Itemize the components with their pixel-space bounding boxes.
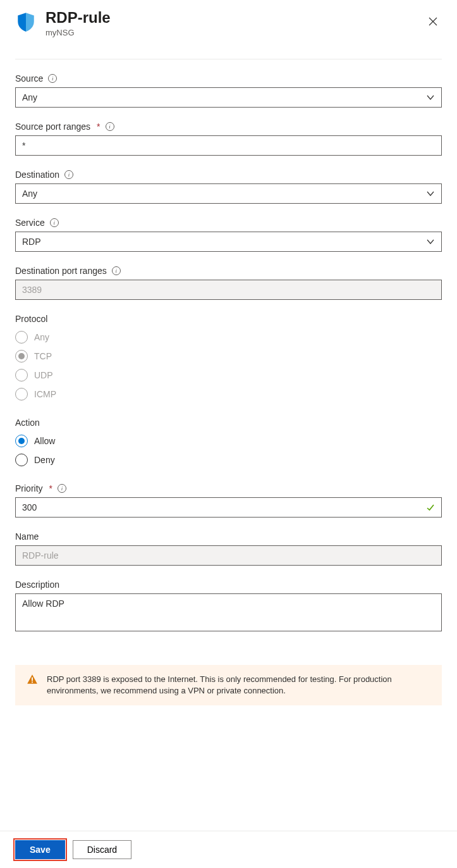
- action-option-deny[interactable]: Deny: [15, 450, 442, 469]
- source-label: Source: [15, 73, 43, 84]
- protocol-field: Protocol Any TCP UDP ICMP: [15, 314, 442, 404]
- chevron-down-icon: [426, 189, 435, 198]
- action-field: Action Allow Deny: [15, 418, 442, 469]
- name-input: [15, 545, 442, 566]
- info-icon[interactable]: i: [64, 170, 73, 179]
- destination-value: Any: [22, 189, 37, 199]
- service-value: RDP: [22, 237, 41, 247]
- description-label: Description: [15, 580, 59, 590]
- discard-button[interactable]: Discard: [73, 840, 131, 859]
- radio-icon: [15, 388, 28, 400]
- source-select[interactable]: Any: [15, 87, 442, 108]
- protocol-icmp-label: ICMP: [34, 389, 56, 399]
- action-deny-label: Deny: [34, 455, 55, 465]
- protocol-option-any: Any: [15, 328, 442, 347]
- protocol-option-tcp: TCP: [15, 347, 442, 366]
- source-port-ranges-field: Source port ranges* i: [15, 121, 442, 156]
- priority-input-wrap: [15, 497, 442, 518]
- dest-port-ranges-label: Destination port ranges: [15, 266, 107, 276]
- check-icon: [426, 503, 435, 512]
- info-icon[interactable]: i: [106, 122, 114, 131]
- source-port-ranges-input[interactable]: [15, 135, 442, 156]
- protocol-label: Protocol: [15, 314, 47, 324]
- destination-field: Destination i Any: [15, 170, 442, 204]
- info-icon[interactable]: i: [48, 74, 57, 83]
- blade-title: RDP-rule: [46, 9, 424, 27]
- shield-icon: [15, 11, 37, 33]
- blade-subtitle: myNSG: [46, 28, 424, 37]
- radio-icon: [15, 435, 28, 447]
- warning-icon: [27, 674, 38, 685]
- priority-label: Priority: [15, 483, 43, 493]
- close-icon: [429, 17, 437, 26]
- svg-rect-0: [32, 678, 33, 681]
- dest-port-ranges-field: Destination port ranges i: [15, 266, 442, 300]
- radio-icon: [15, 331, 28, 344]
- description-input[interactable]: [15, 593, 442, 631]
- protocol-option-icmp: ICMP: [15, 385, 442, 404]
- radio-icon: [15, 350, 28, 363]
- description-field: Description: [15, 580, 442, 633]
- warning-banner: RDP port 3389 is exposed to the Internet…: [15, 665, 442, 705]
- source-field: Source i Any: [15, 73, 442, 108]
- protocol-udp-label: UDP: [34, 370, 53, 380]
- service-field: Service i RDP: [15, 218, 442, 252]
- required-mark: *: [49, 483, 52, 493]
- priority-field: Priority* i: [15, 483, 442, 518]
- priority-input[interactable]: [16, 498, 422, 517]
- action-option-allow[interactable]: Allow: [15, 431, 442, 450]
- protocol-any-label: Any: [34, 332, 49, 342]
- blade-footer: Save Discard: [0, 831, 457, 868]
- destination-select[interactable]: Any: [15, 183, 442, 204]
- info-icon[interactable]: i: [50, 218, 59, 227]
- warning-text: RDP port 3389 is exposed to the Internet…: [47, 674, 430, 697]
- nsg-rule-blade: RDP-rule myNSG Source i Any Source port …: [0, 0, 457, 868]
- chevron-down-icon: [426, 237, 435, 246]
- source-port-ranges-label: Source port ranges: [15, 121, 90, 132]
- service-select[interactable]: RDP: [15, 232, 442, 252]
- radio-icon: [15, 454, 28, 466]
- dest-port-ranges-input: [15, 280, 442, 300]
- destination-label: Destination: [15, 170, 59, 180]
- radio-icon: [15, 369, 28, 381]
- blade-header: RDP-rule myNSG: [0, 0, 457, 44]
- action-allow-label: Allow: [34, 436, 55, 446]
- info-icon[interactable]: i: [112, 266, 121, 275]
- protocol-tcp-label: TCP: [34, 351, 52, 361]
- chevron-down-icon: [426, 93, 435, 102]
- close-button[interactable]: [424, 13, 442, 30]
- name-label: Name: [15, 531, 39, 542]
- form-body: Source i Any Source port ranges* i Desti…: [0, 59, 457, 831]
- info-icon[interactable]: i: [58, 484, 66, 493]
- service-label: Service: [15, 218, 45, 228]
- save-button[interactable]: Save: [15, 840, 65, 859]
- svg-rect-1: [32, 681, 33, 683]
- protocol-option-udp: UDP: [15, 366, 442, 385]
- action-label: Action: [15, 418, 40, 428]
- required-mark: *: [97, 121, 100, 132]
- source-value: Any: [22, 92, 37, 102]
- name-field: Name: [15, 531, 442, 566]
